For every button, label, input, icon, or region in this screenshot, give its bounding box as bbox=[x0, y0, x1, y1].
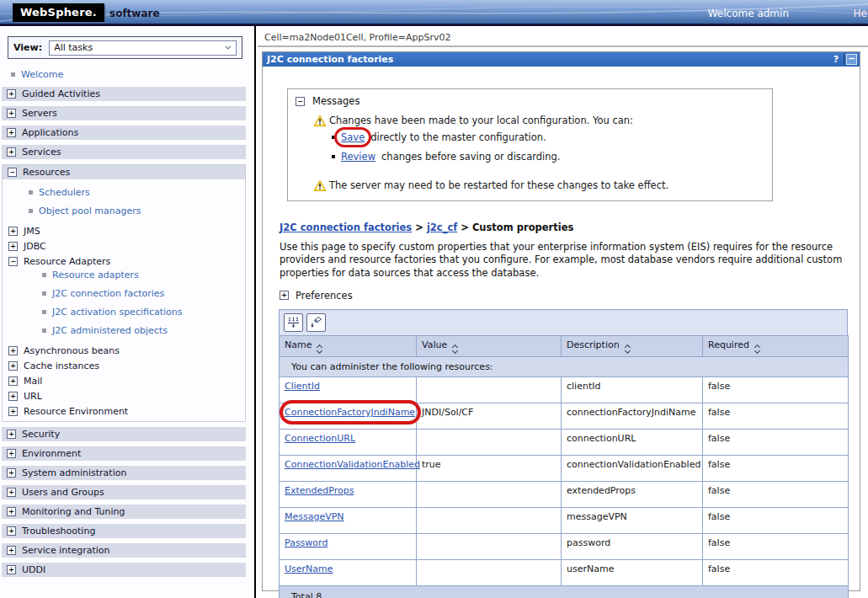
sidebar-section-header[interactable]: +Security bbox=[2, 427, 246, 441]
sidebar-section-header[interactable]: −Resource Adapters bbox=[3, 254, 245, 269]
expand-icon[interactable]: + bbox=[8, 346, 18, 355]
sidebar-section-header[interactable]: +Troubleshooting bbox=[2, 524, 246, 538]
sidebar-link[interactable]: Object pool managers bbox=[39, 206, 141, 216]
sidebar-section-children: Resource adaptersJ2C connection factorie… bbox=[3, 269, 245, 337]
sidebar-section-header[interactable]: +Mail bbox=[3, 373, 245, 388]
sidebar-expanded-section: −ResourcesSchedulersObject pool managers… bbox=[2, 164, 246, 422]
sidebar-section-header[interactable]: +JMS bbox=[3, 223, 245, 238]
clear-filter-values-button[interactable] bbox=[306, 313, 326, 332]
review-link[interactable]: Review bbox=[341, 151, 375, 163]
sort-icon[interactable] bbox=[755, 345, 759, 353]
sidebar-link[interactable]: Schedulers bbox=[39, 187, 90, 198]
description-cell: messageVPN bbox=[562, 507, 703, 533]
sidebar-section-header[interactable]: +Monitoring and Tuning bbox=[2, 505, 246, 519]
name-cell: ExtendedProps bbox=[280, 481, 417, 507]
sidebar-section-header[interactable]: −Resources bbox=[3, 165, 245, 179]
sidebar-section-header[interactable]: +Environment bbox=[2, 446, 246, 461]
sidebar-section-header[interactable]: +Applications bbox=[2, 125, 246, 140]
property-name-link[interactable]: ConnectionValidationEnabled bbox=[285, 459, 420, 470]
expand-icon[interactable]: + bbox=[7, 147, 16, 157]
property-name-link[interactable]: Password bbox=[285, 537, 327, 548]
breadcrumb: J2C connection factories > j2c_cf > Cust… bbox=[280, 222, 860, 233]
messages-header-label: Messages bbox=[312, 95, 359, 107]
pane-divider[interactable] bbox=[254, 26, 256, 598]
expand-icon[interactable]: + bbox=[8, 407, 18, 416]
expand-icon[interactable]: + bbox=[8, 392, 18, 401]
titlebar-separator bbox=[844, 54, 844, 65]
property-name-link[interactable]: ConnectionURL bbox=[285, 433, 355, 444]
save-link[interactable]: Save bbox=[341, 131, 365, 143]
view-select[interactable]: All tasks bbox=[49, 40, 237, 56]
expand-icon[interactable]: + bbox=[8, 376, 18, 386]
sort-icon[interactable] bbox=[453, 345, 457, 353]
content-panel: J2C connection factories ? − − Messages … bbox=[262, 51, 860, 591]
websphere-logo-software-text: software bbox=[109, 8, 160, 19]
sidebar-section-header[interactable]: +Users and Groups bbox=[2, 485, 246, 499]
panel-help-icon[interactable]: ? bbox=[830, 54, 842, 65]
expand-icon[interactable]: + bbox=[7, 507, 16, 516]
sidebar-leaf-row: J2C connection factories bbox=[42, 287, 245, 300]
restart-warning-text: The server may need to be restarted for … bbox=[329, 179, 668, 191]
sidebar-link[interactable]: J2C administered objects bbox=[52, 325, 168, 336]
expand-icon[interactable]: + bbox=[7, 526, 16, 536]
name-cell: UserName bbox=[280, 559, 417, 585]
sidebar-section-header[interactable]: +Resource Environment bbox=[3, 403, 245, 419]
expand-icon[interactable]: + bbox=[7, 565, 16, 574]
sidebar-section-header[interactable]: +Service integration bbox=[2, 543, 246, 558]
expand-icon[interactable]: + bbox=[8, 227, 18, 236]
sidebar-link[interactable]: Welcome bbox=[21, 69, 63, 80]
sidebar-section-header[interactable]: +System administration bbox=[2, 466, 246, 480]
collapse-icon[interactable]: − bbox=[8, 168, 17, 177]
expand-icon[interactable]: + bbox=[7, 89, 16, 99]
sidebar-section-header[interactable]: +JDBC bbox=[3, 238, 245, 254]
description-cell: connectionValidationEnabled bbox=[562, 455, 703, 481]
sidebar-link[interactable]: Resource adapters bbox=[52, 270, 139, 280]
property-name-link[interactable]: ConnectionFactoryJndiName bbox=[285, 407, 415, 418]
sidebar-section-header[interactable]: +Guided Activities bbox=[2, 87, 246, 101]
expand-icon[interactable]: + bbox=[7, 109, 16, 118]
help-link[interactable]: He bbox=[854, 8, 867, 19]
description-cell: connectionURL bbox=[562, 429, 703, 455]
panel-minimize-icon[interactable]: − bbox=[846, 54, 857, 65]
view-select-value: All tasks bbox=[54, 42, 93, 53]
property-name-link[interactable]: UserName bbox=[285, 563, 333, 574]
expand-icon[interactable]: + bbox=[7, 449, 16, 458]
collapse-messages-icon[interactable]: − bbox=[296, 97, 305, 106]
sidebar-section-label: Applications bbox=[22, 127, 78, 138]
collapse-icon[interactable]: − bbox=[8, 257, 18, 266]
value-cell: true bbox=[417, 455, 562, 481]
property-name-link[interactable]: ExtendedProps bbox=[285, 485, 354, 496]
breadcrumb-link-j2c-cf[interactable]: j2c_cf bbox=[427, 222, 457, 233]
expand-icon[interactable]: + bbox=[8, 361, 18, 371]
column-header-required[interactable]: Required bbox=[703, 335, 849, 356]
expand-icon[interactable]: + bbox=[7, 128, 16, 137]
sidebar-section-header[interactable]: +Servers bbox=[2, 106, 246, 120]
expand-icon[interactable]: + bbox=[7, 430, 16, 439]
table-subheader-row: You can administer the following resourc… bbox=[280, 356, 849, 376]
sidebar-section-header[interactable]: +URL bbox=[3, 388, 245, 403]
sort-icon[interactable] bbox=[317, 345, 322, 353]
property-name-link[interactable]: MessageVPN bbox=[285, 511, 344, 522]
sidebar-section-header[interactable]: +Services bbox=[2, 145, 246, 159]
expand-icon[interactable]: + bbox=[7, 488, 16, 497]
expand-icon[interactable]: + bbox=[8, 242, 18, 251]
sidebar-link[interactable]: J2C connection factories bbox=[52, 288, 164, 299]
required-cell: false bbox=[703, 376, 849, 403]
show-filter-row-button[interactable] bbox=[284, 313, 303, 332]
column-header-name[interactable]: Name bbox=[280, 335, 417, 356]
expand-icon[interactable]: + bbox=[7, 468, 16, 478]
breadcrumb-link-j2c-connection-factories[interactable]: J2C connection factories bbox=[280, 222, 412, 233]
column-header-value[interactable]: Value bbox=[417, 335, 562, 356]
expand-preferences-icon[interactable]: + bbox=[280, 291, 289, 300]
sidebar-section-header[interactable]: +Asynchronous beans bbox=[3, 343, 245, 358]
column-header-description[interactable]: Description bbox=[562, 335, 703, 356]
sidebar-link[interactable]: J2C activation specifications bbox=[52, 307, 183, 318]
property-name-link[interactable]: ClientId bbox=[285, 381, 320, 392]
breadcrumb-separator: > bbox=[415, 222, 423, 233]
sidebar-leaf-row: Welcome bbox=[11, 68, 254, 81]
sidebar-section-header[interactable]: +Cache instances bbox=[3, 358, 245, 373]
sidebar-section-label: Asynchronous beans bbox=[24, 345, 120, 356]
sort-icon[interactable] bbox=[626, 345, 630, 353]
sidebar-section-header[interactable]: +UDDI bbox=[2, 563, 246, 577]
expand-icon[interactable]: + bbox=[7, 546, 16, 555]
